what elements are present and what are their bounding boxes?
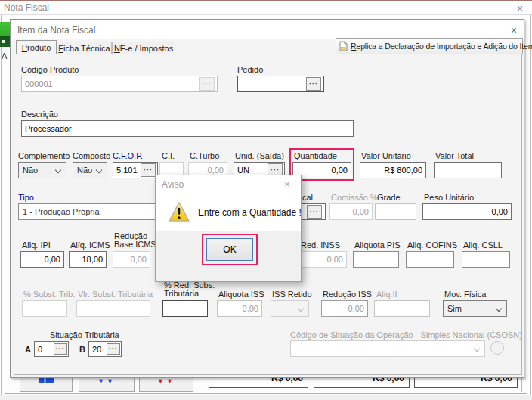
close-icon[interactable]: ×: [511, 25, 517, 36]
aviso-title: Aviso: [162, 179, 184, 190]
aliquota-pis-label: Aliquota PIS: [354, 240, 401, 250]
comissao-label: Comissão %: [331, 193, 378, 202]
window-right-border: [530, 15, 531, 400]
vlr-subst-trib-label: Vlr. Subst. Tributária: [78, 290, 153, 299]
cfop-lookup-button[interactable]: ···: [141, 163, 156, 177]
bottom-frame-line: [5, 393, 527, 394]
aliq-cofins-field[interactable]: [406, 251, 454, 268]
red-inss-field[interactable]: 0,00: [297, 251, 347, 268]
blue-arrows-icon: ▼▼: [97, 377, 116, 391]
peso-unitario-field[interactable]: 0,00: [422, 203, 512, 220]
vlr-subst-trib-field[interactable]: [76, 300, 150, 317]
replica-button[interactable]: Replica a Declaração de Importação e Adi…: [336, 38, 523, 54]
reducao-iss-label: Redução ISS: [323, 290, 372, 299]
aliq-csll-label: Aliq. CSLL: [463, 240, 503, 250]
red-inss-label: Red. INSS: [301, 240, 340, 250]
situacao-tributaria-label: Situação Tributária: [50, 330, 119, 340]
mov-fisica-value: Sim: [447, 304, 462, 313]
aliquota-pis-field[interactable]: [353, 251, 399, 268]
background-text-fragment: A: [2, 51, 7, 60]
aliq-ipi-field[interactable]: 0,00: [20, 251, 64, 268]
ok-button[interactable]: OK: [206, 238, 253, 261]
iss-retido-label: ISS Retido: [272, 290, 312, 299]
close-icon[interactable]: ×: [284, 179, 290, 189]
circle-button[interactable]: [490, 341, 504, 355]
tipo-label: Tipo: [18, 193, 34, 202]
window-title: Nota Fiscal: [4, 2, 49, 13]
composto-label: Composto: [73, 151, 110, 160]
tab-produto[interactable]: Produto: [16, 40, 57, 54]
pct-subst-trib-label: % Subst. Trib.: [23, 290, 75, 299]
aliq-icms-field[interactable]: 18,00: [69, 251, 107, 268]
composto-combo[interactable]: Não: [73, 162, 107, 178]
blue-glyph-icon: [39, 377, 54, 383]
complemento-label: Complemento: [18, 151, 70, 160]
reducao-iss-field[interactable]: 0,00: [321, 300, 368, 317]
descricao-field[interactable]: Processador: [21, 120, 354, 137]
item-dialog-title: Item da Nota Fiscal: [17, 25, 95, 36]
situacao-b-label: B: [79, 345, 85, 354]
chevron-down-icon: [496, 305, 502, 312]
csosn-combo[interactable]: [290, 340, 485, 357]
peso-unitario-label: Peso Unitário: [424, 193, 474, 202]
green-toolbar-icon: [0, 22, 10, 47]
csosn-label: Código de Situação da Operação - Simples…: [290, 330, 522, 340]
replica-button-label: eplica a Declaração de Importação e Adiç…: [356, 42, 532, 51]
aliq-ipi-label: Aliq. IPI: [22, 240, 51, 250]
tab-ficha-tecnica-label: icha Técnica: [63, 44, 110, 53]
aliq-ii-field[interactable]: [374, 300, 430, 317]
composto-value: Não: [77, 166, 92, 175]
aliq-csll-field[interactable]: [462, 251, 510, 268]
ci-label: C.I.: [162, 151, 175, 160]
tab-ficha-tecnica-accel: F: [58, 44, 63, 53]
chevron-down-icon: [55, 167, 61, 173]
pedido-label: Pedido: [237, 65, 263, 74]
chevron-down-icon: [96, 167, 102, 173]
classificacao-fiscal-lookup-button[interactable]: ···: [307, 205, 322, 219]
pct-red-subs-field[interactable]: [162, 300, 208, 317]
aliquota-iss-label: Aliquota ISS: [218, 290, 264, 299]
pct-red-subs-label: % Red. Subs. Tributária: [164, 281, 215, 298]
grade-field[interactable]: [375, 203, 416, 220]
tipo-value: 1 - Produção Própria: [23, 207, 100, 216]
warning-icon: [168, 201, 190, 222]
tab-nfe-impostos[interactable]: NF-e / Impostos: [112, 42, 175, 54]
red-arrows-icon: ▼▼: [157, 377, 175, 391]
quantidade-label: Quantidade: [294, 151, 337, 160]
iss-retido-combo[interactable]: [271, 300, 309, 317]
tab-produto-label: roduto: [27, 43, 51, 52]
valor-total-field[interactable]: [434, 162, 502, 178]
mov-fisica-combo[interactable]: Sim: [443, 300, 507, 317]
aviso-dialog: Aviso × Entre com a Quantidade ! OK: [155, 175, 302, 282]
close-icon[interactable]: ×: [517, 3, 523, 14]
aliquota-iss-field[interactable]: 0,00: [217, 300, 262, 317]
divider: [0, 14, 532, 15]
codigo-produto-label: Código Produto: [21, 65, 79, 74]
valor-unitario-field[interactable]: R$ 800,00: [360, 162, 426, 178]
complemento-combo[interactable]: Não: [18, 162, 66, 178]
aliq-icms-label: Alíq. ICMS: [70, 240, 110, 250]
pedido-lookup-button[interactable]: ···: [306, 77, 321, 91]
situacao-a-lookup-button[interactable]: ···: [54, 343, 67, 355]
classificacao-fiscal-label-fragment: cal: [302, 193, 313, 202]
panel-right-border: [527, 18, 527, 394]
tab-ficha-tecnica[interactable]: Ficha Técnica: [57, 42, 112, 54]
tab-nfe-impostos-accel: N: [114, 44, 120, 53]
comissao-field[interactable]: 0,00: [329, 203, 373, 220]
situacao-a-label: A: [25, 345, 31, 354]
chevron-down-icon: [474, 346, 480, 352]
replica-button-accel: R: [351, 42, 356, 51]
codigo-produto-lookup-button[interactable]: ···: [199, 77, 215, 91]
reducao-base-icms-field[interactable]: 0,00: [113, 251, 150, 268]
panel-left-border: [5, 18, 5, 394]
codigo-produto-field[interactable]: 000001: [21, 76, 218, 92]
cturbo-label: C.Turbo: [190, 151, 219, 160]
window-top-edge: [0, 0, 532, 1]
window-left-border: [1, 15, 2, 400]
valor-total-label: Valor Total: [435, 151, 474, 160]
aliq-cofins-label: Aliq. COFINS: [407, 240, 457, 250]
situacao-b-lookup-button[interactable]: ···: [107, 343, 120, 355]
tab-nfe-impostos-label: F-e / Impostos: [120, 44, 173, 53]
pct-subst-trib-field[interactable]: [22, 300, 67, 317]
cfop-label: C.F.O.P.: [113, 151, 143, 160]
